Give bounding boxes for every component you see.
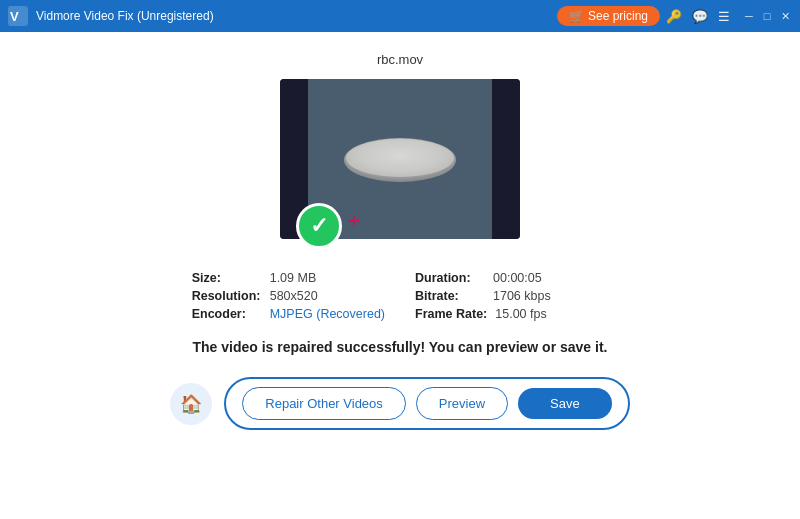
title-bar: V Vidmore Video Fix (Unregistered) 🛒 See…: [0, 0, 800, 32]
home-icon: 🏠: [180, 393, 202, 415]
info-row-size: Size: 1.09 MB: [192, 271, 385, 285]
info-row-framerate: Frame Rate: 15.00 fps: [415, 307, 608, 321]
main-content: rbc.mov ✓: [0, 32, 800, 519]
video-filename: rbc.mov: [377, 52, 423, 67]
title-bar-left: V Vidmore Video Fix (Unregistered): [8, 6, 214, 26]
cart-icon: 🛒: [569, 9, 584, 23]
minimize-icon[interactable]: ─: [742, 9, 756, 23]
info-row-encoder: Encoder: MJPEG (Recovered): [192, 307, 385, 321]
action-group: Repair Other Videos Preview Save: [224, 377, 629, 430]
bitrate-label: Bitrate:: [415, 289, 485, 303]
menu-icon[interactable]: ☰: [718, 9, 730, 24]
maximize-icon[interactable]: □: [760, 9, 774, 23]
info-row-bitrate: Bitrate: 1706 kbps: [415, 289, 608, 303]
window-controls: ─ □ ✕: [742, 9, 792, 23]
bottom-bar: 🏠 Repair Other Videos Preview Save: [0, 377, 800, 430]
key-icon[interactable]: 🔑: [666, 9, 682, 24]
video-panel-right: [492, 79, 520, 239]
encoder-value: MJPEG (Recovered): [270, 307, 385, 321]
blob-shape-icon: [340, 132, 460, 187]
cursor-indicator-icon: ✛: [348, 213, 360, 229]
resolution-label: Resolution:: [192, 289, 262, 303]
chat-icon[interactable]: 💬: [692, 9, 708, 24]
info-row-duration: Duration: 00:00:05: [415, 271, 608, 285]
home-button[interactable]: 🏠: [170, 383, 212, 425]
duration-label: Duration:: [415, 271, 485, 285]
close-icon[interactable]: ✕: [778, 9, 792, 23]
resolution-value: 580x520: [270, 289, 318, 303]
size-label: Size:: [192, 271, 262, 285]
pricing-button[interactable]: 🛒 See pricing: [557, 6, 660, 26]
duration-value: 00:00:05: [493, 271, 542, 285]
preview-button[interactable]: Preview: [416, 387, 508, 420]
save-button[interactable]: Save: [518, 388, 612, 419]
pricing-label: See pricing: [588, 9, 648, 23]
info-grid: Size: 1.09 MB Duration: 00:00:05 Resolut…: [192, 271, 609, 321]
title-bar-right: 🛒 See pricing 🔑 💬 ☰ ─ □ ✕: [557, 6, 792, 26]
framerate-label: Frame Rate:: [415, 307, 487, 321]
repair-other-button[interactable]: Repair Other Videos: [242, 387, 406, 420]
svg-text:V: V: [10, 9, 19, 24]
size-value: 1.09 MB: [270, 271, 317, 285]
success-badge: ✓: [296, 203, 342, 249]
app-title: Vidmore Video Fix (Unregistered): [36, 9, 214, 23]
title-bar-icons: 🔑 💬 ☰: [666, 9, 730, 24]
app-logo-icon: V: [8, 6, 28, 26]
framerate-value: 15.00 fps: [495, 307, 546, 321]
bitrate-value: 1706 kbps: [493, 289, 551, 303]
encoder-label: Encoder:: [192, 307, 262, 321]
video-thumbnail-wrapper: ✓ ✛: [280, 79, 520, 239]
svg-point-3: [346, 139, 454, 177]
success-message: The video is repaired successfully! You …: [193, 339, 608, 355]
info-row-resolution: Resolution: 580x520: [192, 289, 385, 303]
